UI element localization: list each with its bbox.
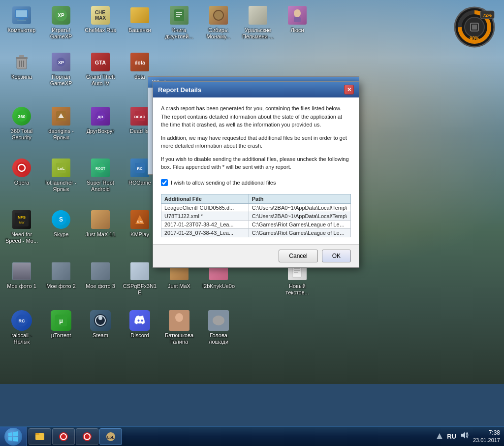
svg-text:90%: 90% xyxy=(470,36,479,41)
svg-text:RC: RC xyxy=(137,166,143,171)
dialog-text-1: A crash report has been generated for yo… xyxy=(161,104,351,129)
svg-rect-57 xyxy=(174,323,184,329)
svg-text:NFS: NFS xyxy=(18,215,26,220)
path-cell: C:\Games\Riot Games\League of Legends\ xyxy=(249,228,350,237)
desktop-icon-superroot[interactable]: ROOT Super Root Android xyxy=(81,155,120,195)
desktop: Компьютер XP Играть! GameXP CHEMAX CheMa… xyxy=(0,0,504,384)
dialog-body: A crash report has been generated for yo… xyxy=(153,97,359,244)
table-row: 2017-01-23_07-38-43_Lea...C:\Games\Riot … xyxy=(161,228,351,237)
svg-rect-3 xyxy=(17,20,26,21)
clock-date: 23.01.2017 xyxy=(473,437,500,444)
table-row: U78T1J22.xml *C:\Users\2BA0~1\AppData\Lo… xyxy=(161,212,351,220)
dialog-footer: Cancel OK xyxy=(153,244,359,267)
taskbar-right: RU 7:38 23.01.2017 xyxy=(436,429,504,444)
desktop-icon-steam[interactable]: Steam xyxy=(81,308,120,345)
desktop-icon-computer[interactable]: Компьютер xyxy=(2,2,41,39)
svg-text:360: 360 xyxy=(18,114,25,119)
desktop-icon-portal[interactable]: XP Портал GameXP xyxy=(42,49,80,89)
desktop-icon-lucy[interactable]: Люси xyxy=(278,2,316,39)
desktop-icon-utorrent[interactable]: μ μTorrent xyxy=(42,308,80,345)
desktop-icon-gamexp[interactable]: XP Играть! GameXP xyxy=(42,2,80,42)
svg-marker-76 xyxy=(437,433,442,439)
svg-text:XP: XP xyxy=(58,60,64,65)
desktop-icon-ural[interactable]: Уральские Пельмени ... xyxy=(239,2,277,42)
dialog-text-2: In addition, we may have requested that … xyxy=(161,134,351,150)
taskbar-league-button[interactable]: LoL xyxy=(99,428,122,445)
windows-logo xyxy=(4,428,22,446)
desktop-icon-gta[interactable]: GTA Grand Theft Auto IV xyxy=(81,49,120,89)
report-details-dialog: Report Details ✕ A crash report has been… xyxy=(153,81,359,268)
file-cell: 2017-01-23T07-38-42_Lea... xyxy=(161,220,249,228)
svg-text:MW: MW xyxy=(19,221,25,224)
desktop-icon-lollauncher[interactable]: LoL lol.launcher - Ярлык xyxy=(42,155,80,195)
desktop-icon-photo3[interactable]: Мое фото 3 xyxy=(81,258,120,295)
desktop-icon-chemax[interactable]: CHEMAX CheMax Rus xyxy=(81,2,120,39)
desktop-icon-horse[interactable]: Головалошади xyxy=(199,308,238,348)
svg-rect-2 xyxy=(19,18,24,20)
taskbar-explorer-button[interactable] xyxy=(29,428,51,445)
svg-rect-15 xyxy=(19,55,24,57)
dialog-text-3: If you wish to disable sending the addit… xyxy=(161,155,351,171)
dialog-close-button[interactable]: ✕ xyxy=(344,85,354,95)
table-header-path: Path xyxy=(249,194,350,203)
desktop-icon-raidcall[interactable]: RC raidcall -Ярлык xyxy=(2,308,41,348)
svg-point-10 xyxy=(214,10,223,20)
svg-text:S: S xyxy=(59,216,63,223)
desktop-icon-daorigins[interactable]: daorigins - Ярлык xyxy=(42,103,80,143)
desktop-icon-drvoikrug[interactable]: ДВ ДругВокруг xyxy=(81,103,120,140)
svg-text:ROOT: ROOT xyxy=(95,167,106,170)
dialog-title: Report Details xyxy=(158,86,201,94)
start-button[interactable] xyxy=(0,427,27,446)
desktop-icon-opera[interactable]: Opera xyxy=(2,155,41,192)
desktop-icon-skype[interactable]: S Skype xyxy=(42,207,80,244)
taskbar: LoL RU 7:38 23.01.2017 xyxy=(0,426,504,446)
svg-point-58 xyxy=(213,316,224,325)
desktop-icon-siberia[interactable]: Сибирь: Монаму... xyxy=(199,2,238,42)
svg-text:RC: RC xyxy=(19,319,25,323)
svg-marker-77 xyxy=(461,432,465,439)
svg-point-11 xyxy=(294,9,301,17)
svg-rect-6 xyxy=(174,9,184,21)
cancel-button[interactable]: Cancel xyxy=(279,250,317,262)
svg-rect-69 xyxy=(35,433,39,435)
taskbar-clock[interactable]: 7:38 23.01.2017 xyxy=(473,429,500,444)
files-table: Additional File Path LeagueClientFCUID05… xyxy=(161,194,351,237)
svg-text:GTA: GTA xyxy=(95,60,106,65)
svg-text:dota: dota xyxy=(134,60,145,65)
taskbar-opera-button[interactable] xyxy=(52,428,75,445)
system-monitor: 90% 72% xyxy=(450,5,499,49)
desktop-icon-nfs[interactable]: NFSMW Need for Speed - Мо... xyxy=(2,207,41,247)
dialog-checkbox-row: I wish to allow sending of the additiona… xyxy=(161,177,351,188)
file-cell: U78T1J22.xml * xyxy=(161,212,249,220)
svg-text:DEAD: DEAD xyxy=(134,115,146,119)
taskbar-volume-icon[interactable] xyxy=(460,431,469,442)
svg-rect-1 xyxy=(16,10,27,17)
taskbar-buttons: LoL xyxy=(27,427,124,446)
desktop-icon-batiushkova[interactable]: БатюшковаГалина xyxy=(160,308,198,348)
svg-text:ДВ: ДВ xyxy=(97,115,103,119)
desktop-icon-book[interactable]: Книга джунглей... xyxy=(160,2,198,42)
path-cell: C:\Users\2BA0~1\AppData\Local\Temp\ xyxy=(249,212,350,220)
svg-text:μ: μ xyxy=(59,317,63,324)
taskbar-language[interactable]: RU xyxy=(447,433,456,440)
svg-point-56 xyxy=(175,313,183,322)
svg-rect-14 xyxy=(16,57,28,59)
table-row: LeagueClientFCUID0585.d...C:\Users\2BA0~… xyxy=(161,203,351,212)
desktop-icon-photo2[interactable]: Мое фото 2 xyxy=(42,258,80,295)
desktop-icon-360security[interactable]: 360 360 Total Security xyxy=(2,103,41,143)
taskbar-opera2-button[interactable] xyxy=(76,428,98,445)
allow-send-checkbox[interactable] xyxy=(161,179,168,186)
desktop-icon-photo1[interactable]: Мое фото 1 xyxy=(2,258,41,295)
dialog-titlebar: Report Details ✕ xyxy=(153,82,359,97)
svg-text:XP: XP xyxy=(58,13,64,18)
desktop-icon-justmax11[interactable]: Just MaX 11 xyxy=(81,207,120,244)
desktop-icon-trash[interactable]: Корзина xyxy=(2,49,41,86)
expand-icon xyxy=(436,433,443,440)
desktop-icon-towers[interactable]: Башенки xyxy=(121,2,159,39)
table-row: 2017-01-23T07-38-42_Lea...C:\Games\Riot … xyxy=(161,220,351,228)
desktop-icon-discord[interactable]: Discord xyxy=(121,308,159,345)
ok-button[interactable]: OK xyxy=(322,250,351,262)
svg-rect-64 xyxy=(472,25,477,30)
svg-text:KM: KM xyxy=(137,220,143,224)
svg-text:72%: 72% xyxy=(483,13,492,18)
